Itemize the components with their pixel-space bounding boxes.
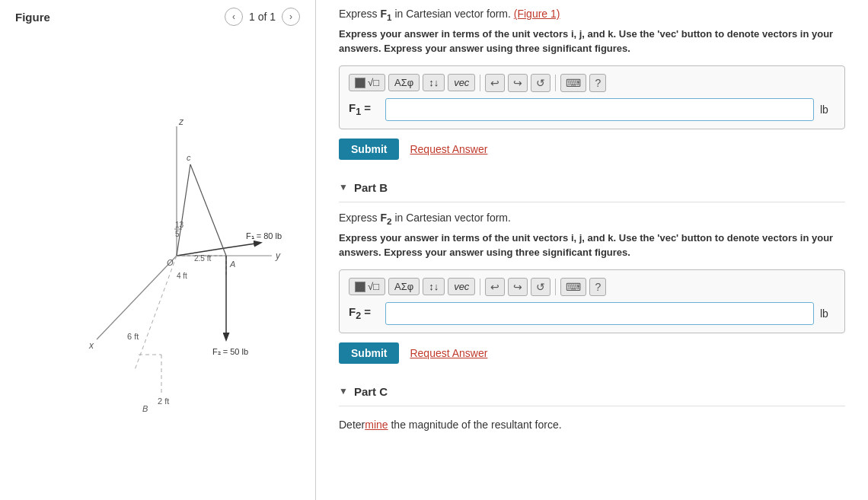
part-a-submit-btn[interactable]: Submit — [339, 139, 399, 160]
svg-text:y: y — [275, 250, 281, 261]
ase-label-b: AΣφ — [394, 281, 413, 292]
part-b-toolbar: √□ AΣφ ↕↓ vec ↩ ↪ ↺ ⌨ ? — [349, 278, 835, 296]
part-a-redo-btn[interactable]: ↪ — [508, 74, 528, 92]
part-a-sqrt-btn[interactable]: √□ — [349, 74, 385, 91]
svg-line-10 — [225, 243, 260, 248]
part-b-request-answer-btn[interactable]: Request Answer — [410, 347, 487, 359]
sqrt-symbol: √□ — [368, 77, 379, 88]
part-c-arrow[interactable]: ▼ — [339, 386, 348, 396]
part-a-input[interactable] — [385, 98, 814, 121]
part-c-section: ▼ Part C Determine the magnitude of the … — [339, 377, 845, 431]
part-b-answer-box: √□ AΣφ ↕↓ vec ↩ ↪ ↺ ⌨ ? F2 — [339, 269, 845, 333]
part-b-action-row: Submit Request Answer — [339, 342, 845, 364]
next-page-button[interactable]: › — [282, 8, 300, 26]
part-a-toolbar: √□ AΣφ ↕↓ vec ↩ ↪ ↺ ⌨ ? — [349, 74, 835, 92]
part-b-header: ▼ Part B — [339, 174, 845, 202]
part-a-section: Express F1 in Cartesian vector form. (Fi… — [339, 8, 845, 160]
part-c-title: Part C — [354, 385, 388, 398]
svg-text:B: B — [142, 404, 148, 413]
part-b-arrows-btn[interactable]: ↕↓ — [423, 278, 445, 295]
part-c-text-underline[interactable]: mine — [365, 419, 388, 431]
toolbar-sep-b-1 — [480, 279, 480, 295]
svg-text:13: 13 — [175, 221, 184, 229]
svg-text:x: x — [88, 340, 94, 351]
figure-header: Figure ‹ 1 of 1 › — [0, 8, 315, 33]
vec-label: vec — [454, 77, 469, 88]
left-panel: Figure ‹ 1 of 1 › z y x O A c — [0, 0, 316, 500]
part-a-ase-btn[interactable]: AΣφ — [388, 74, 420, 91]
arrows-label: ↕↓ — [429, 77, 439, 88]
part-b-title: Part B — [354, 181, 388, 194]
svg-line-4 — [97, 256, 177, 339]
part-b-instruction: Express your answer in terms of the unit… — [339, 231, 845, 260]
svg-line-16 — [135, 256, 177, 370]
checkbox-icon-b — [355, 282, 365, 292]
part-a-input-label: F1 = — [349, 101, 379, 117]
figure-title: Figure — [15, 11, 50, 24]
svg-line-12 — [177, 164, 190, 256]
part-a-unit: lb — [820, 104, 835, 116]
part-b-unit: lb — [820, 307, 835, 320]
part-a-help-btn[interactable]: ? — [589, 74, 606, 92]
part-c-text-end: the magnitude of the resultant force. — [388, 419, 562, 431]
ase-label: AΣφ — [394, 77, 413, 88]
svg-text:O: O — [167, 258, 174, 267]
part-a-undo-btn[interactable]: ↩ — [485, 74, 505, 92]
part-b-vec-btn[interactable]: vec — [448, 278, 475, 295]
toolbar-sep-b-2 — [555, 279, 556, 295]
part-b-force-label: F2 — [380, 212, 391, 224]
svg-text:4 ft: 4 ft — [177, 272, 187, 280]
toolbar-sep-2 — [555, 75, 556, 91]
part-b-section: ▼ Part B Express F2 in Cartesian vector … — [339, 174, 845, 364]
part-b-input[interactable] — [385, 302, 814, 325]
part-b-undo-btn[interactable]: ↩ — [485, 278, 505, 296]
part-b-ase-btn[interactable]: AΣφ — [388, 278, 420, 295]
svg-text:F₁ = 80 lb: F₁ = 80 lb — [246, 231, 282, 240]
part-a-input-row: F1 = lb — [349, 98, 835, 121]
sqrt-symbol-b: √□ — [368, 281, 379, 292]
svg-text:z: z — [178, 116, 184, 127]
part-b-submit-btn[interactable]: Submit — [339, 342, 399, 364]
part-a-refresh-btn[interactable]: ↺ — [531, 74, 550, 92]
svg-text:2.5 ft: 2.5 ft — [194, 254, 211, 263]
part-a-instruction: Express your answer in terms of the unit… — [339, 27, 845, 56]
svg-text:5: 5 — [175, 230, 180, 238]
toolbar-sep-1 — [480, 75, 480, 91]
arrows-label-b: ↕↓ — [429, 281, 439, 292]
part-c-header: ▼ Part C — [339, 377, 845, 406]
part-b-express-line: Express F2 in Cartesian vector form. — [339, 212, 845, 226]
part-c-text-start: Deter — [339, 419, 365, 431]
part-a-force-label: F1 — [380, 8, 391, 20]
part-b-redo-btn[interactable]: ↪ — [508, 278, 528, 296]
svg-text:A: A — [229, 260, 235, 269]
part-b-input-row: F2 = lb — [349, 302, 835, 325]
part-b-sqrt-btn[interactable]: √□ — [349, 278, 385, 295]
figure-1-link[interactable]: (Figure 1) — [514, 8, 560, 20]
svg-text:6 ft: 6 ft — [127, 332, 139, 341]
prev-page-button[interactable]: ‹ — [225, 8, 243, 26]
pagination: ‹ 1 of 1 › — [225, 8, 300, 26]
part-a-express-line: Express F1 in Cartesian vector form. (Fi… — [339, 8, 845, 22]
part-a-keyboard-btn[interactable]: ⌨ — [560, 74, 586, 92]
svg-text:2 ft: 2 ft — [158, 396, 169, 406]
part-a-request-answer-btn[interactable]: Request Answer — [410, 143, 487, 155]
page-indicator: 1 of 1 — [249, 11, 276, 23]
vec-label-b: vec — [454, 281, 469, 292]
checkbox-icon — [355, 78, 365, 88]
part-a-vec-btn[interactable]: vec — [448, 74, 475, 91]
figure-svg: z y x O A c — [28, 104, 287, 431]
svg-line-11 — [190, 164, 226, 256]
svg-text:F₂ = 50 lb: F₂ = 50 lb — [212, 347, 248, 356]
part-b-input-label: F2 = — [349, 305, 379, 321]
part-a-action-row: Submit Request Answer — [339, 139, 845, 160]
svg-text:c: c — [187, 153, 191, 162]
part-b-keyboard-btn[interactable]: ⌨ — [560, 278, 586, 296]
figure-canvas: z y x O A c — [0, 33, 315, 500]
part-a-answer-box: √□ AΣφ ↕↓ vec ↩ ↪ ↺ ⌨ ? F1 — [339, 65, 845, 129]
part-b-arrow[interactable]: ▼ — [339, 182, 348, 193]
part-a-arrows-btn[interactable]: ↕↓ — [423, 74, 445, 91]
part-b-help-btn[interactable]: ? — [589, 278, 606, 296]
part-b-refresh-btn[interactable]: ↺ — [531, 278, 550, 296]
part-c-text: Determine the magnitude of the resultant… — [339, 416, 845, 431]
right-panel: Express F1 in Cartesian vector form. (Fi… — [316, 0, 868, 500]
